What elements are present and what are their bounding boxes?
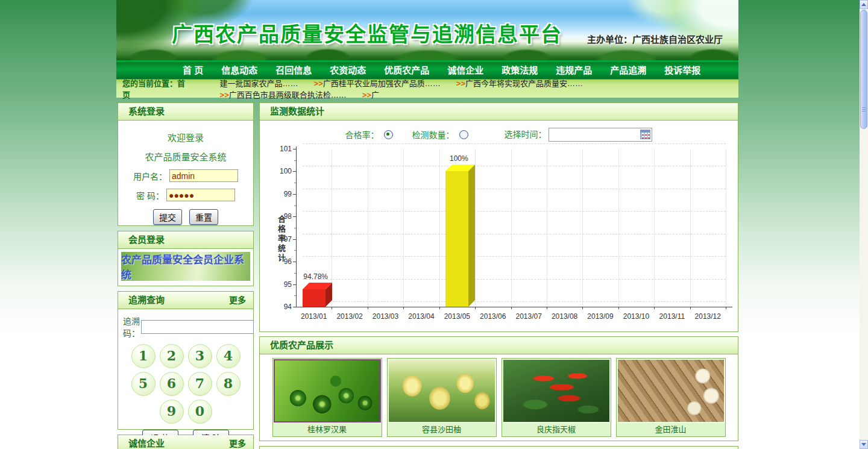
trace-query-header: 追溯查询 更多 [118,292,253,309]
nav-item[interactable]: 诚信企业 [438,62,492,79]
breadcrumb-ticker-bar: 您的当前位置：首页 建一批国家农产品……>>广西桂平农业局加强农产品质……>>广… [116,79,738,98]
keypad-key-0[interactable]: 0 [188,400,212,424]
chart-gridline-h [303,166,726,166]
keypad-key-7[interactable]: 7 [188,372,212,396]
test-count-radio[interactable] [459,130,468,139]
chart-xtick-label: 2013/05 [439,312,475,321]
system-login-body: 欢迎登录 农产品质量安全系统 用户名： 密 码： 提交 重置 [118,121,253,225]
news-prefix: >> [314,79,323,88]
product-card[interactable]: 良庆指天椒 [502,358,611,437]
nav-item[interactable]: 优质农产品 [375,62,438,79]
breadcrumb: 您的当前位置：首页 [122,77,189,100]
nav-item[interactable]: 召回信息 [266,62,321,79]
scrollbar-down-button[interactable] [860,440,868,449]
news-link[interactable]: >>广西今年将实现农产品质量安…… [456,79,583,88]
banner-bottom-line [116,60,738,62]
pass-rate-label: 合格率： [345,128,379,140]
keypad-key-8[interactable]: 8 [216,372,241,396]
chart-gridline-h [303,256,726,257]
up-arrow-icon [861,3,866,6]
date-input[interactable] [549,128,652,142]
chart-gridline-v [403,149,404,307]
keypad-key-6[interactable]: 6 [160,372,184,396]
trace-query-title: 追溯查询 [118,295,165,305]
honest-enterprise-panel: 诚信企业 更多 [118,435,254,449]
chart-xtick-label: 2013/08 [547,312,582,321]
keypad-key-9[interactable]: 9 [160,400,184,424]
product-image-chili [503,360,609,422]
keypad-key-4[interactable]: 4 [216,344,241,368]
news-prefix: >> [456,79,465,88]
chart-bar-value-label: 100% [438,154,480,163]
pass-rate-radio[interactable] [384,130,393,139]
member-system-banner-text: 农产品质量安全会员企业系统 [121,251,250,281]
nav-item[interactable]: 投诉举报 [655,62,709,79]
chart-tick-x [547,307,547,309]
product-card[interactable]: 桂林罗汉果 [272,358,382,437]
chart-gridline-h [303,279,726,280]
chart-ytick-label: 95 [271,280,292,289]
chart-controls: 合格率： 检测数量： 选择时间： [260,121,738,143]
trace-code-input[interactable] [141,320,254,334]
product-card[interactable]: 金田淮山 [616,358,726,437]
reset-button[interactable]: 重置 [189,209,218,225]
system-login-header: 系统登录 [118,103,253,121]
product-image-pomelo [389,360,495,422]
chart-xtick-label: 2013/11 [654,312,690,321]
chart-gridline-v [618,149,619,307]
news-link[interactable]: >>广 [362,90,379,99]
password-field[interactable] [166,189,235,201]
trace-keypad: 1234567890 [118,344,253,424]
password-label: 密 码： [136,189,164,201]
keypad-key-5[interactable]: 5 [131,372,156,396]
product-name: 容县沙田柚 [388,423,496,436]
trace-more-link[interactable]: 更多 [229,292,246,309]
system-login-panel: 系统登录 欢迎登录 农产品质量安全系统 用户名： 密 码： 提交 [118,102,254,226]
keypad-key-2[interactable]: 2 [160,344,184,368]
next-panel-header-sliver [259,446,738,449]
nav-item[interactable]: 信息动态 [212,62,266,79]
keypad-key-3[interactable]: 3 [188,344,212,368]
nav-item[interactable]: 产品追溯 [601,62,655,79]
scrollbar-thumb[interactable] [860,10,867,129]
chart-xtick-label: 2013/01 [296,312,332,321]
chart-gridline-v [475,149,476,307]
chart-y-axis [296,146,297,307]
nav-item[interactable]: 农资动态 [321,62,375,79]
nav-item[interactable]: 首 页 [174,62,212,79]
calendar-icon[interactable] [640,130,650,139]
chart-xtick-label: 2013/03 [368,312,403,321]
chart-bar-side [468,165,475,307]
keypad-key-1[interactable]: 1 [131,344,156,368]
chart-tick-x [439,307,440,309]
product-card[interactable]: 容县沙田柚 [387,358,497,437]
member-system-banner[interactable]: 农产品质量安全会员企业系统 [121,252,250,281]
member-login-title: 会员登录 [118,234,165,245]
site-organizer: 主办单位：广西壮族自治区农业厅 [587,33,723,45]
scrollbar-up-button[interactable] [860,0,868,9]
chart-gridline-v [582,149,583,307]
page-scrollbar[interactable] [860,0,868,449]
honest-more-link[interactable]: 更多 [229,435,246,449]
nav-item[interactable]: 违规产品 [547,62,601,79]
news-link[interactable]: 建一批国家农产品…… [220,79,298,88]
system-login-title: 系统登录 [118,106,165,116]
chart-gridline-h [303,211,726,212]
news-link[interactable]: >>广西百色市县两级联合执法检…… [220,90,347,99]
monitor-stats-header: 监测数据统计 [260,103,738,121]
page-content: 广西农产品质量安全监管与追溯信息平台 主办单位：广西壮族自治区农业厅 首 页信息… [116,0,738,449]
chart-tick-x [690,307,691,309]
main-column: 监测数据统计 合格率： 检测数量： 选择时间： 合格率统计 9495969798… [259,102,738,449]
username-field[interactable] [169,169,238,182]
news-link[interactable]: >>广西桂平农业局加强农产品质…… [314,79,441,88]
nav-item[interactable]: 政策法规 [492,62,547,79]
chart-gridline-v [726,149,726,307]
product-name: 桂林罗汉果 [273,423,382,436]
news-text: 广西今年将实现农产品质量安…… [465,79,583,88]
submit-button[interactable]: 提交 [153,209,182,225]
member-login-panel: 会员登录 农产品质量安全会员企业系统 [118,231,254,286]
down-arrow-icon [861,443,866,446]
chart-bar-front [303,289,326,307]
chart-xtick-label: 2013/10 [618,312,654,321]
product-name: 良庆指天椒 [502,423,611,436]
